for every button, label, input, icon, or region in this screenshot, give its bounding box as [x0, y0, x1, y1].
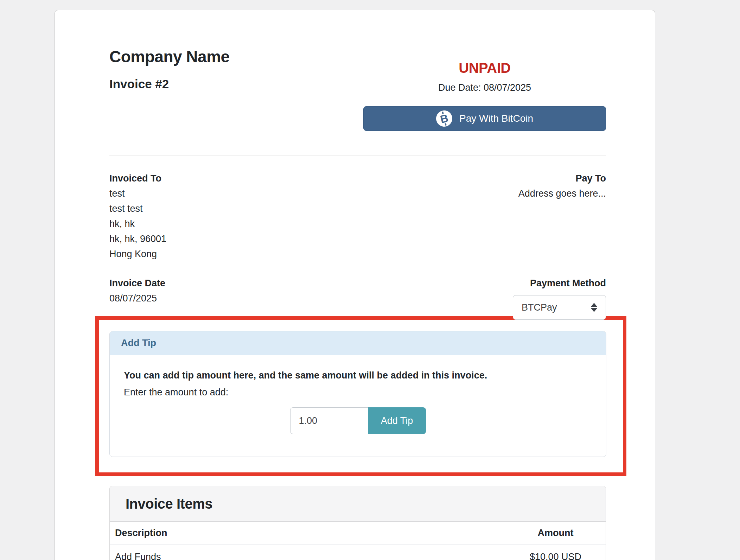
- pay-with-bitcoin-button[interactable]: B Pay With BitCoin: [363, 106, 606, 131]
- item-amount-cell: $10.00 USD: [505, 545, 606, 560]
- invoiced-to-line: Hong Kong: [109, 247, 166, 262]
- payment-method-selected-value: BTCPay: [522, 300, 557, 315]
- invoice-items-panel: Invoice Items Description Amount Add Fun…: [109, 486, 606, 560]
- payment-method-select[interactable]: BTCPay: [513, 295, 606, 320]
- add-tip-form: Add Tip: [124, 407, 592, 434]
- invoiced-to-line: test: [109, 186, 166, 201]
- select-arrows-icon: [590, 302, 598, 313]
- header-divider: [109, 155, 606, 156]
- invoiced-to-block: Invoiced To test test test hk, hk hk, hk…: [109, 171, 166, 262]
- invoice-header-right: UNPAID Due Date: 08/07/2025 B Pay With B…: [363, 59, 606, 131]
- invoice-date-value: 08/07/2025: [109, 291, 165, 306]
- bitcoin-icon: B: [434, 109, 454, 128]
- invoice-header: Company Name Invoice #2 UNPAID Due Date:…: [109, 47, 606, 131]
- invoice-items-table: Description Amount Add Funds $10.00 USD: [110, 522, 606, 560]
- pay-to-line: Address goes here...: [518, 186, 606, 201]
- invoice-date-label: Invoice Date: [109, 276, 165, 291]
- item-description-cell: Add Funds: [110, 545, 505, 560]
- add-tip-panel-body: You can add tip amount here, and the sam…: [110, 355, 606, 457]
- pay-to-label: Pay To: [518, 171, 606, 186]
- company-name: Company Name: [109, 47, 230, 66]
- pay-button-label: Pay With BitCoin: [459, 113, 533, 124]
- payment-method-block: Payment Method BTCPay: [513, 276, 606, 320]
- due-date: Due Date: 08/07/2025: [363, 82, 606, 94]
- add-tip-panel-title: Add Tip: [121, 337, 595, 349]
- invoiced-to-line: hk, hk: [109, 216, 166, 231]
- red-annotation-box: Add Tip You can add tip amount here, and…: [95, 316, 626, 476]
- invoice-header-left: Company Name Invoice #2: [109, 47, 230, 91]
- payment-method-label: Payment Method: [513, 276, 606, 291]
- invoiced-to-line: test test: [109, 201, 166, 216]
- add-tip-prompt: Enter the amount to add:: [124, 386, 592, 398]
- table-row: Add Funds $10.00 USD: [110, 545, 606, 560]
- invoice-date-block: Invoice Date 08/07/2025: [109, 276, 165, 320]
- tip-amount-input[interactable]: [290, 407, 368, 434]
- add-tip-panel: Add Tip You can add tip amount here, and…: [109, 331, 606, 457]
- invoiced-to-label: Invoiced To: [109, 171, 166, 186]
- add-tip-panel-header: Add Tip: [110, 331, 606, 355]
- invoice-card: Company Name Invoice #2 UNPAID Due Date:…: [55, 10, 655, 560]
- billing-section: Invoiced To test test test hk, hk hk, hk…: [109, 171, 606, 262]
- invoice-number: Invoice #2: [109, 77, 230, 91]
- add-tip-button[interactable]: Add Tip: [368, 407, 426, 434]
- amount-column-header: Amount: [505, 522, 606, 545]
- pay-to-block: Pay To Address goes here...: [518, 171, 606, 262]
- invoiced-to-line: hk, hk, 96001: [109, 231, 166, 247]
- description-column-header: Description: [110, 522, 505, 545]
- add-tip-description: You can add tip amount here, and the sam…: [124, 369, 592, 381]
- status-badge: UNPAID: [363, 59, 606, 77]
- details-section: Invoice Date 08/07/2025 Payment Method B…: [109, 276, 606, 320]
- invoice-items-title: Invoice Items: [126, 495, 590, 512]
- items-table-header-row: Description Amount: [110, 522, 606, 545]
- invoice-items-header: Invoice Items: [110, 486, 606, 522]
